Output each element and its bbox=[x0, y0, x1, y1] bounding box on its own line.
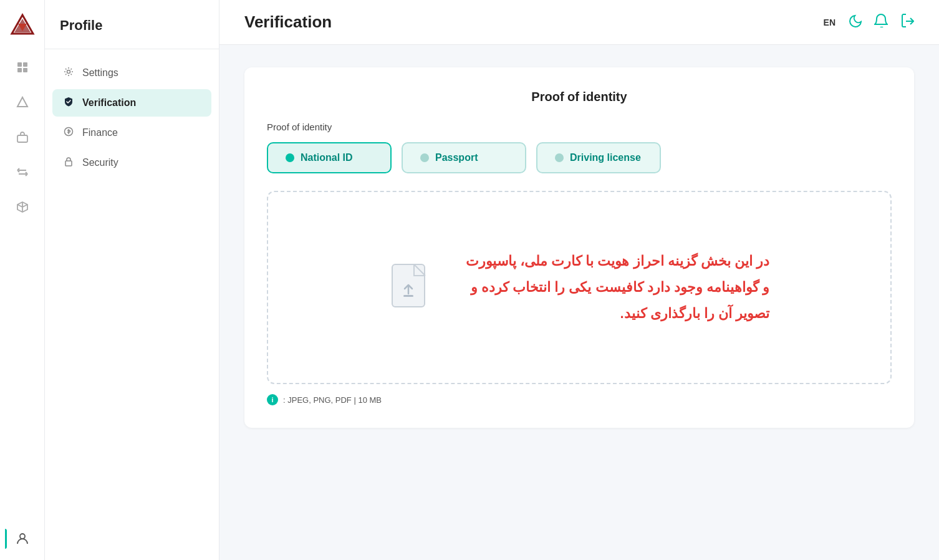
language-selector[interactable]: EN bbox=[824, 17, 835, 27]
sidebar: Profile Settings Verification bbox=[45, 0, 219, 560]
finance-label: Finance bbox=[82, 127, 118, 138]
main-content: Verification EN bbox=[219, 0, 939, 560]
nav-icon-user[interactable] bbox=[14, 530, 31, 548]
svg-rect-12 bbox=[65, 161, 72, 166]
upload-icon-wrap bbox=[389, 261, 433, 314]
sidebar-item-security[interactable]: Security bbox=[52, 149, 211, 176]
dot-national bbox=[286, 153, 294, 162]
persian-instruction-text: در این بخش گزینه احراز هویت با کارت ملی،… bbox=[458, 248, 769, 326]
file-info: i : JPEG, PNG, PDF | 10 MB bbox=[267, 394, 892, 405]
settings-label: Settings bbox=[82, 67, 118, 79]
id-type-passport[interactable]: Passport bbox=[402, 142, 526, 173]
verification-icon bbox=[62, 97, 75, 109]
dot-driving bbox=[555, 153, 564, 162]
sidebar-title: Profile bbox=[60, 17, 102, 33]
svg-rect-15 bbox=[403, 295, 413, 297]
notification-icon[interactable] bbox=[874, 14, 888, 31]
security-icon bbox=[62, 157, 75, 169]
nav-icon-briefcase[interactable] bbox=[14, 128, 31, 146]
svg-rect-5 bbox=[17, 68, 22, 72]
svg-point-9 bbox=[20, 534, 25, 539]
logo[interactable] bbox=[9, 12, 36, 41]
info-icon: i bbox=[267, 394, 278, 405]
subsection-label: Proof of identity bbox=[267, 122, 892, 132]
sidebar-header: Profile bbox=[45, 0, 219, 49]
section-title: Proof of identity bbox=[267, 90, 892, 104]
id-type-selector: National ID Passport Driving license bbox=[267, 142, 892, 173]
dark-mode-icon[interactable] bbox=[848, 14, 862, 31]
nav-icon-arrows[interactable] bbox=[14, 163, 31, 181]
verification-card: Proof of identity Proof of identity Nati… bbox=[244, 67, 914, 428]
sidebar-item-settings[interactable]: Settings bbox=[52, 59, 211, 87]
nav-icon-cube[interactable] bbox=[14, 198, 31, 216]
icon-bar bbox=[0, 0, 45, 560]
sidebar-item-verification[interactable]: Verification bbox=[52, 89, 211, 117]
active-indicator bbox=[5, 529, 7, 549]
svg-rect-8 bbox=[17, 135, 27, 142]
svg-point-10 bbox=[67, 70, 70, 74]
logout-icon[interactable] bbox=[900, 14, 914, 31]
nav-icon-grid[interactable] bbox=[14, 59, 31, 76]
national-id-label: National ID bbox=[301, 152, 353, 163]
sidebar-menu: Settings Verification Finance bbox=[45, 49, 219, 186]
verification-label: Verification bbox=[82, 97, 136, 109]
security-label: Security bbox=[82, 157, 118, 168]
upload-area[interactable]: در این بخش گزینه احراز هویت با کارت ملی،… bbox=[267, 191, 892, 384]
svg-marker-7 bbox=[17, 97, 27, 107]
nav-icon-triangle[interactable] bbox=[14, 94, 31, 111]
svg-rect-3 bbox=[17, 62, 22, 67]
topbar: Verification EN bbox=[219, 0, 939, 45]
topbar-actions: EN bbox=[824, 14, 914, 31]
sidebar-item-finance[interactable]: Finance bbox=[52, 119, 211, 147]
file-formats: : JPEG, PNG, PDF | 10 MB bbox=[283, 395, 382, 405]
id-type-driving[interactable]: Driving license bbox=[536, 142, 661, 173]
dot-passport bbox=[420, 153, 429, 162]
nav-icon-user-section[interactable] bbox=[14, 530, 31, 548]
driving-license-label: Driving license bbox=[570, 152, 641, 163]
passport-label: Passport bbox=[435, 152, 478, 163]
content-area: Proof of identity Proof of identity Nati… bbox=[219, 45, 939, 560]
finance-icon bbox=[62, 127, 75, 139]
page-title: Verification bbox=[244, 12, 332, 32]
svg-rect-4 bbox=[23, 62, 27, 67]
id-type-national[interactable]: National ID bbox=[267, 142, 392, 173]
settings-icon bbox=[62, 67, 75, 79]
svg-rect-6 bbox=[23, 68, 27, 72]
